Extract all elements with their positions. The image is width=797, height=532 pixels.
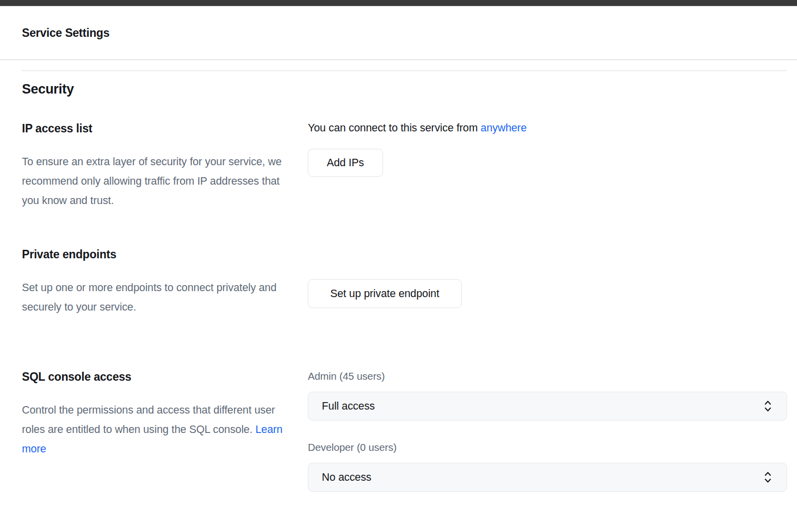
ip-access-list-description: To ensure an extra layer of security for… bbox=[22, 152, 286, 211]
developer-users-label: Developer (0 users) bbox=[308, 441, 787, 453]
page-title: Service Settings bbox=[22, 26, 110, 40]
chevron-up-down-icon bbox=[764, 471, 772, 483]
add-ips-button[interactable]: Add IPs bbox=[308, 149, 383, 177]
setup-private-endpoint-button[interactable]: Set up private endpoint bbox=[308, 279, 462, 308]
security-section-title: Security bbox=[22, 81, 787, 98]
sql-console-description-text: Control the permissions and access that … bbox=[22, 404, 275, 435]
content-divider bbox=[22, 70, 787, 71]
developer-access-selected-value: No access bbox=[322, 471, 371, 484]
ip-access-list-heading: IP access list bbox=[22, 121, 286, 135]
private-endpoints-row: Private endpoints Set up one or more end… bbox=[22, 247, 787, 317]
admin-users-label: Admin (45 users) bbox=[308, 370, 787, 382]
page-header: Service Settings bbox=[0, 6, 797, 60]
anywhere-link[interactable]: anywhere bbox=[481, 122, 527, 134]
private-endpoints-info: Private endpoints Set up one or more end… bbox=[22, 247, 308, 317]
admin-access-select[interactable]: Full access bbox=[308, 392, 787, 421]
sql-console-info: SQL console access Control the permissio… bbox=[22, 370, 308, 459]
connect-status-text: You can connect to this service from any… bbox=[308, 121, 787, 135]
sql-console-heading: SQL console access bbox=[22, 370, 286, 384]
developer-access-select[interactable]: No access bbox=[308, 463, 787, 492]
private-endpoints-controls: Set up private endpoint bbox=[308, 247, 787, 308]
chevron-up-down-icon bbox=[764, 400, 772, 412]
ip-access-list-info: IP access list To ensure an extra layer … bbox=[22, 121, 308, 211]
window-chrome-bar bbox=[0, 0, 797, 6]
settings-content: Security IP access list To ensure an ext… bbox=[0, 70, 797, 492]
private-endpoints-description: Set up one or more endpoints to connect … bbox=[22, 278, 286, 317]
sql-console-description: Control the permissions and access that … bbox=[22, 401, 286, 459]
admin-access-selected-value: Full access bbox=[322, 400, 375, 413]
connect-status-prefix: You can connect to this service from bbox=[308, 122, 481, 134]
private-endpoints-heading: Private endpoints bbox=[22, 247, 286, 261]
sql-console-controls: Admin (45 users) Full access Developer (… bbox=[308, 370, 787, 492]
sql-console-access-row: SQL console access Control the permissio… bbox=[22, 370, 787, 492]
ip-access-list-row: IP access list To ensure an extra layer … bbox=[22, 121, 787, 211]
ip-access-list-controls: You can connect to this service from any… bbox=[308, 121, 787, 177]
